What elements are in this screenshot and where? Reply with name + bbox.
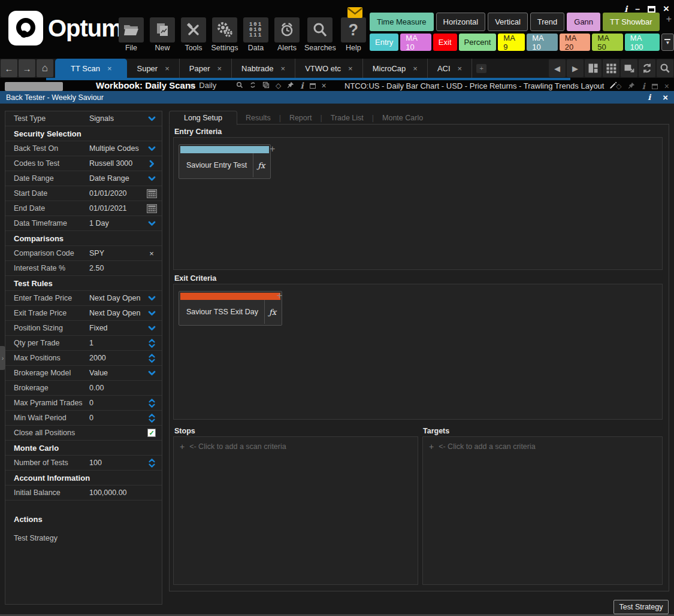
spinner-icon[interactable] bbox=[146, 354, 158, 363]
formula-fx-icon[interactable]: ƒx bbox=[253, 153, 269, 177]
spinner-icon[interactable] bbox=[146, 339, 158, 348]
quick-button-ma10-2[interactable]: MA 10 bbox=[527, 34, 558, 51]
window-restore-icon[interactable] bbox=[648, 6, 655, 13]
stops-placeholder[interactable]: + <- Click to add a scan criteria bbox=[180, 442, 286, 451]
back-button[interactable]: ← bbox=[1, 59, 17, 77]
quick-button-ma100[interactable]: MA 100 bbox=[625, 34, 660, 51]
window-info-icon[interactable]: i bbox=[624, 4, 627, 14]
close-page-icon[interactable]: × bbox=[322, 81, 327, 90]
dialog-close-icon[interactable]: × bbox=[663, 93, 668, 102]
field-value[interactable]: SPY bbox=[89, 249, 146, 257]
quick-button-time-measure[interactable]: Time Measure bbox=[370, 13, 434, 31]
close-tab-icon[interactable]: × bbox=[217, 64, 222, 73]
criteria-label[interactable]: Saviour Entry Test bbox=[180, 153, 253, 177]
dialog-info-icon[interactable]: i bbox=[648, 93, 651, 102]
field-value[interactable]: 0 bbox=[89, 399, 146, 407]
quick-button-ma20[interactable]: MA 20 bbox=[560, 34, 591, 51]
field-value[interactable]: Multiple Codes bbox=[89, 144, 146, 153]
field-value[interactable]: Value bbox=[89, 369, 146, 377]
exit-criteria-card[interactable]: Saviour TSS Exit Day ƒx bbox=[179, 291, 282, 326]
grid-view-icon[interactable] bbox=[603, 59, 619, 77]
close-tab-icon[interactable]: × bbox=[107, 64, 112, 73]
test-strategy-button[interactable]: Test Strategy bbox=[613, 600, 669, 614]
tab-report[interactable]: Report bbox=[281, 111, 321, 125]
chevron-down-icon[interactable] bbox=[146, 175, 158, 183]
quick-button-ma50[interactable]: MA 50 bbox=[592, 34, 623, 51]
info-icon[interactable]: i bbox=[642, 81, 645, 91]
tools-button[interactable]: Tools bbox=[180, 17, 207, 52]
diamond-icon[interactable]: ◇ bbox=[276, 81, 281, 90]
restore-page-icon[interactable] bbox=[310, 83, 316, 89]
exit-criteria-panel[interactable]: Saviour TSS Exit Day ƒx + bbox=[173, 284, 663, 420]
data-button[interactable]: 101010111 Data bbox=[242, 17, 270, 52]
field-value[interactable]: 2000 bbox=[89, 354, 146, 362]
targets-panel[interactable]: + <- Click to add a scan criteria bbox=[422, 436, 663, 585]
field-value[interactable]: 01/01/2021 bbox=[89, 204, 146, 213]
criteria-label[interactable]: Saviour TSS Exit Day bbox=[180, 300, 264, 324]
field-value[interactable]: Date Range bbox=[89, 174, 146, 183]
spinner-icon[interactable] bbox=[146, 459, 158, 468]
sync-icon[interactable] bbox=[249, 81, 256, 90]
stops-panel[interactable]: + <- Click to add a scan criteria bbox=[173, 436, 418, 585]
chevron-down-icon[interactable] bbox=[146, 324, 158, 332]
checkbox-checked[interactable]: ✓ bbox=[146, 429, 158, 437]
chevron-down-icon[interactable] bbox=[146, 115, 158, 123]
prev-tab-button[interactable]: ◀ bbox=[549, 59, 566, 77]
new-tab-button[interactable]: + bbox=[476, 64, 486, 73]
clear-value-icon[interactable]: × bbox=[146, 249, 158, 258]
envelope-notification-icon[interactable] bbox=[347, 7, 362, 20]
add-icon[interactable]: + bbox=[180, 442, 185, 451]
copy-page-icon[interactable] bbox=[262, 81, 270, 90]
diamond-icon[interactable]: ◇ bbox=[616, 82, 621, 90]
home-button[interactable]: ⌂ bbox=[37, 59, 53, 77]
info-icon[interactable]: i bbox=[300, 81, 303, 90]
quick-button-entry[interactable]: Entry bbox=[370, 34, 398, 51]
field-value[interactable]: 2.50 bbox=[89, 264, 146, 272]
tab-paper[interactable]: Paper× bbox=[180, 59, 232, 78]
spinner-icon[interactable] bbox=[146, 414, 158, 423]
quick-button-gann[interactable]: Gann bbox=[567, 13, 600, 31]
search-tabs-icon[interactable] bbox=[657, 59, 673, 77]
tab-trade-list[interactable]: Trade List bbox=[322, 111, 372, 125]
window-close-icon[interactable]: × bbox=[663, 5, 669, 13]
forward-button[interactable]: → bbox=[19, 59, 35, 77]
pin-icon[interactable] bbox=[628, 82, 635, 91]
field-value[interactable]: 100,000.00 bbox=[89, 488, 146, 497]
calendar-icon[interactable] bbox=[146, 204, 158, 213]
field-value[interactable]: Fixed bbox=[89, 324, 146, 332]
field-value[interactable]: Signals bbox=[89, 114, 146, 123]
help-button[interactable]: ? Help bbox=[340, 17, 367, 52]
chevron-right-icon[interactable] bbox=[146, 160, 158, 168]
next-tab-button[interactable]: ▶ bbox=[567, 59, 584, 77]
new-button[interactable]: New bbox=[149, 17, 176, 52]
add-entry-criteria-icon[interactable]: + bbox=[270, 144, 275, 154]
quick-button-percent[interactable]: Percent bbox=[459, 34, 497, 51]
restore-chart-icon[interactable] bbox=[652, 84, 658, 89]
refresh-icon[interactable] bbox=[639, 59, 655, 77]
field-value[interactable]: Russell 3000 bbox=[89, 159, 146, 168]
field-value[interactable]: 100 bbox=[89, 459, 146, 467]
zoom-icon[interactable] bbox=[236, 81, 243, 90]
quick-button-horizontal[interactable]: Horizontal bbox=[436, 13, 486, 31]
collapsed-panel-handle[interactable] bbox=[5, 82, 63, 91]
quick-button-vertical[interactable]: Vertical bbox=[488, 13, 528, 31]
page-layout-icon[interactable] bbox=[585, 59, 602, 77]
tab-results[interactable]: Results bbox=[237, 111, 279, 125]
field-value[interactable]: 01/01/2020 bbox=[89, 189, 146, 198]
add-exit-criteria-icon[interactable]: + bbox=[277, 290, 282, 301]
quick-button-ma9[interactable]: MA 9 bbox=[498, 34, 525, 51]
field-value[interactable]: Next Day Open bbox=[89, 309, 146, 317]
spinner-icon[interactable] bbox=[146, 399, 158, 408]
close-tab-icon[interactable]: × bbox=[348, 64, 353, 73]
calendar-icon[interactable] bbox=[146, 189, 158, 198]
targets-placeholder[interactable]: + <- Click to add a scan criteria bbox=[429, 442, 536, 451]
action-test-strategy[interactable]: Test Strategy bbox=[5, 530, 162, 545]
alerts-button[interactable]: Alerts bbox=[273, 17, 301, 52]
field-value[interactable]: 1 bbox=[89, 339, 146, 347]
tab-aci[interactable]: ACI× bbox=[428, 59, 472, 78]
tab-super[interactable]: Super× bbox=[127, 59, 179, 78]
field-value[interactable]: Next Day Open bbox=[89, 294, 146, 302]
tab-monte-carlo[interactable]: Monte Carlo bbox=[374, 111, 431, 125]
field-value[interactable]: 0 bbox=[89, 414, 146, 422]
page-link-control[interactable]: ∞ Daily bbox=[189, 81, 216, 90]
